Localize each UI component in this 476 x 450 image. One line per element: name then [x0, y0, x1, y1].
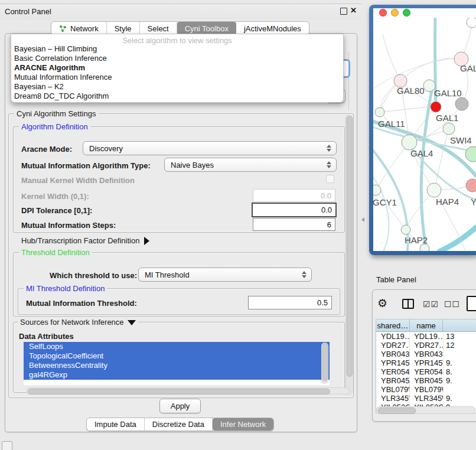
- table-cell: YBL079W: [410, 385, 444, 394]
- algorithm-option[interactable]: Bayesian – K2: [11, 82, 343, 92]
- attribute-item[interactable]: gal4RGexp: [24, 370, 330, 380]
- dpi-tolerance-label: DPI Tolerance [0,1]:: [21, 206, 92, 215]
- tab-style[interactable]: Style: [107, 22, 140, 35]
- table-settings-gear-icon[interactable]: ⚙: [377, 298, 387, 309]
- manual-kernel-checkbox[interactable]: [326, 175, 334, 183]
- tab-network[interactable]: Network: [51, 22, 107, 35]
- table-row[interactable]: YBR045CYBR045C9.: [376, 376, 476, 385]
- network-node[interactable]: [420, 244, 429, 251]
- split-columns-icon[interactable]: [402, 299, 414, 309]
- network-node-hap4[interactable]: [427, 183, 441, 197]
- algorithm-option[interactable]: Basic Correlation Inference: [11, 54, 343, 63]
- which-threshold-select[interactable]: MI Threshold: [138, 268, 312, 282]
- network-node-gal1[interactable]: [443, 123, 455, 135]
- attributes-scrollbar-thumb[interactable]: [322, 343, 328, 381]
- mac-close-icon[interactable]: [379, 9, 387, 17]
- tab-cyni-toolbox[interactable]: Cyni Toolbox: [177, 22, 236, 35]
- tab-label: Impute Data: [94, 420, 136, 429]
- hub-section-label: Hub/Transcription Factor Definition: [21, 236, 139, 245]
- network-node[interactable]: [455, 97, 468, 110]
- sources-title: Sources for Network Inference: [20, 318, 124, 327]
- table-row[interactable]: YPR145WYPR145W9.: [376, 358, 476, 367]
- show-columns-icon[interactable]: ☑☑: [423, 299, 439, 309]
- network-node-gal11[interactable]: [375, 107, 384, 117]
- attributes-scrollbar[interactable]: [321, 343, 328, 384]
- tab-impute-data[interactable]: Impute Data: [87, 418, 145, 431]
- table-cell: YPR145W: [410, 358, 444, 367]
- tab-infer-network[interactable]: Infer Network: [213, 418, 273, 431]
- data-attributes-label: Data Attributes: [19, 332, 74, 341]
- network-node[interactable]: [431, 102, 441, 112]
- algorithm-option[interactable]: Dream8 DC_TDC Algorithm: [11, 92, 343, 101]
- float-window-icon[interactable]: [340, 8, 347, 15]
- expanded-arrow-icon: [128, 320, 136, 325]
- network-edge: [439, 227, 476, 251]
- h-scrollbar-thumb[interactable]: [28, 389, 330, 394]
- attribute-item[interactable]: SelfLoops: [24, 342, 330, 351]
- network-canvas[interactable]: GALGAL80GAL10GAL1GAL11GAL4GCY1HAP4HAP2SW…: [373, 18, 476, 251]
- algorithm-option[interactable]: ARACNE Algorithm: [11, 63, 343, 73]
- attribute-item[interactable]: TopologicalCoefficient: [24, 351, 330, 361]
- apply-button[interactable]: Apply: [159, 399, 201, 413]
- panel-splitter-handle[interactable]: [361, 217, 364, 222]
- network-edge: [435, 131, 448, 189]
- tab-select[interactable]: Select: [140, 22, 177, 35]
- which-threshold-label: Which threshold to use:: [50, 271, 137, 280]
- network-node-gal10[interactable]: [423, 80, 435, 92]
- settings-scrollbar-thumb[interactable]: [347, 116, 353, 377]
- table-row[interactable]: YDR27…YDR27…12: [376, 341, 476, 350]
- column-header[interactable]: [443, 319, 476, 331]
- mac-minimize-icon[interactable]: [391, 9, 399, 17]
- network-node-gcy1[interactable]: [373, 185, 381, 195]
- tab-discretize-data[interactable]: Discretize Data: [145, 418, 213, 431]
- table-h-scrollbar-thumb[interactable]: [378, 407, 416, 414]
- attribute-item[interactable]: BetweennessCentrality: [24, 361, 330, 370]
- table-cell: YER054C: [410, 367, 444, 376]
- network-icon: [59, 25, 67, 32]
- algorithm-option[interactable]: Bayesian – Hill Climbing: [11, 44, 343, 54]
- mi-threshold-label: Mutual Information Threshold:: [26, 299, 137, 308]
- which-threshold-value: MI Threshold: [139, 270, 299, 279]
- tab-label: Network: [70, 24, 99, 33]
- algorithm-popup-placeholder: Select algorithm to view settings: [11, 34, 343, 44]
- close-icon[interactable]: ✕: [350, 6, 357, 15]
- table-cell: 12: [444, 341, 476, 350]
- control-panel-titlebar: [0, 4, 361, 19]
- network-node-hap2[interactable]: [401, 225, 410, 234]
- mi-threshold-field[interactable]: 0.5: [248, 296, 332, 309]
- mac-zoom-icon[interactable]: [403, 9, 410, 17]
- node-label: GAL1: [436, 113, 458, 123]
- table-cell: YBL079W: [376, 385, 410, 394]
- algorithm-option[interactable]: Mutual Information Inference: [11, 73, 343, 82]
- network-node[interactable]: [467, 18, 476, 28]
- node-label: GAL80: [397, 86, 425, 96]
- aracne-mode-select[interactable]: Discovery: [83, 141, 337, 155]
- bottom-tab-bar: Impute DataDiscretize DataInfer Network: [86, 418, 274, 431]
- table-row[interactable]: YBR043CYBR043C: [376, 350, 476, 358]
- algorithm-definition-title: Algorithm Definition: [19, 123, 90, 131]
- node-label: GAL: [460, 63, 476, 73]
- export-table-icon[interactable]: [467, 296, 476, 311]
- tab-jactivemnodules[interactable]: jActiveMNodules: [236, 22, 309, 35]
- column-header[interactable]: shared…: [376, 319, 410, 331]
- table-row[interactable]: YER054CYER054C8.: [376, 367, 476, 376]
- sources-toggle[interactable]: Sources for Network Inference: [18, 318, 138, 326]
- table-row[interactable]: YBL079WYBL079W: [376, 385, 476, 394]
- table-horizontal-scrollbar[interactable]: [376, 406, 475, 414]
- kernel-width-field[interactable]: 0.0: [253, 189, 335, 202]
- table-cell: YDR27…: [410, 341, 444, 350]
- table-row[interactable]: YLR345WYLR345W9.: [376, 394, 476, 403]
- mi-steps-field[interactable]: 6: [253, 218, 335, 231]
- settings-horizontal-scrollbar[interactable]: [26, 387, 350, 394]
- table-row[interactable]: YDL19…YDL19…13: [376, 332, 476, 341]
- hide-columns-icon[interactable]: ☐☐: [444, 299, 460, 309]
- column-header[interactable]: name: [410, 319, 444, 331]
- minimized-panel-icon[interactable]: [2, 441, 12, 450]
- algorithm-dropdown-popup: Select algorithm to view settings Bayesi…: [11, 34, 344, 103]
- network-node[interactable]: [466, 179, 476, 192]
- table-panel-title: Table Panel: [376, 275, 416, 284]
- settings-vertical-scrollbar[interactable]: [345, 115, 353, 396]
- mi-type-select[interactable]: Naive Bayes: [164, 158, 337, 172]
- hub-section-toggle[interactable]: Hub/Transcription Factor Definition: [21, 236, 149, 245]
- dpi-tolerance-field[interactable]: 0.0: [252, 203, 337, 217]
